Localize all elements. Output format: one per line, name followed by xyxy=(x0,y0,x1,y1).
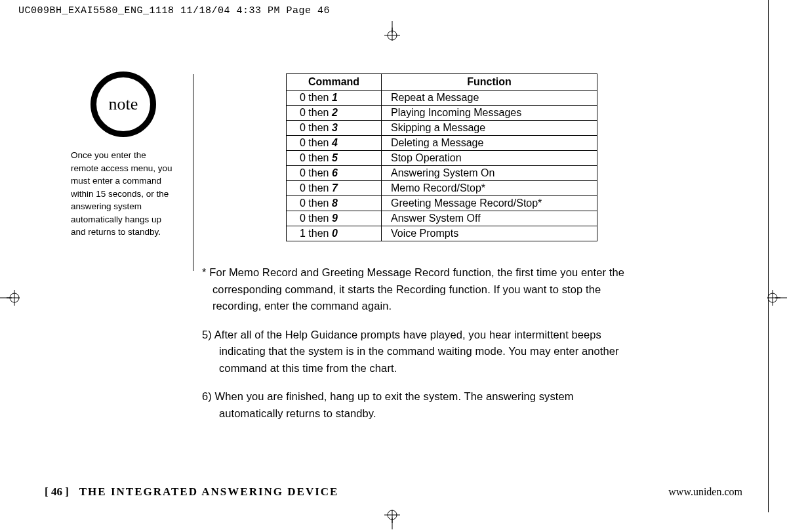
table-row: 0 then 2Playing Incoming Messages xyxy=(287,106,597,121)
table-header-function: Function xyxy=(382,74,597,91)
right-edge-line xyxy=(768,0,769,512)
main-content: Command Function 0 then 1Repeat a Messag… xyxy=(202,73,628,422)
footer-left: [ 46 ] THE INTEGRATED ANSWERING DEVICE xyxy=(45,485,338,499)
table-header-command: Command xyxy=(287,74,382,91)
table-row: 0 then 5Stop Operation xyxy=(287,151,597,166)
crop-mark-left xyxy=(0,283,20,312)
table-row: 0 then 6Answering System On xyxy=(287,166,597,181)
note-text: Once you enter the remote access menu, y… xyxy=(71,149,176,239)
note-icon: note xyxy=(91,72,156,137)
section-title: THE INTEGRATED ANSWERING DEVICE xyxy=(79,485,339,498)
crop-mark-bottom xyxy=(378,510,407,529)
footnote-paragraph: * For Memo Record and Greeting Message R… xyxy=(202,264,628,315)
note-sidebar: note Once you enter the remote access me… xyxy=(71,72,176,239)
page-number: [ 46 ] xyxy=(45,485,69,498)
print-job-header: UC009BH_EXAI5580_ENG_1118 11/18/04 4:33 … xyxy=(18,5,330,16)
footer-url: www.uniden.com xyxy=(668,486,742,498)
crop-mark-top xyxy=(378,21,407,41)
table-row: 0 then 3Skipping a Message xyxy=(287,121,597,136)
table-row: 0 then 7Memo Record/Stop* xyxy=(287,181,597,196)
table-row: 0 then 8Greeting Message Record/Stop* xyxy=(287,196,597,211)
crop-mark-right xyxy=(767,283,787,312)
note-icon-label: note xyxy=(109,94,138,114)
page-footer: [ 46 ] THE INTEGRATED ANSWERING DEVICE w… xyxy=(45,485,742,499)
job-line-text: UC009BH_EXAI5580_ENG_1118 11/18/04 4:33 … xyxy=(18,5,330,16)
command-table: Command Function 0 then 1Repeat a Messag… xyxy=(286,73,597,241)
table-row: 1 then 0Voice Prompts xyxy=(287,226,597,241)
vertical-divider xyxy=(193,74,193,271)
table-row: 0 then 9Answer System Off xyxy=(287,211,597,226)
table-row: 0 then 1Repeat a Message xyxy=(287,91,597,106)
step-6-paragraph: 6) When you are finished, hang up to exi… xyxy=(202,388,628,422)
step-5-paragraph: 5) After all of the Help Guidance prompt… xyxy=(202,327,628,377)
table-row: 0 then 4Deleting a Message xyxy=(287,136,597,151)
